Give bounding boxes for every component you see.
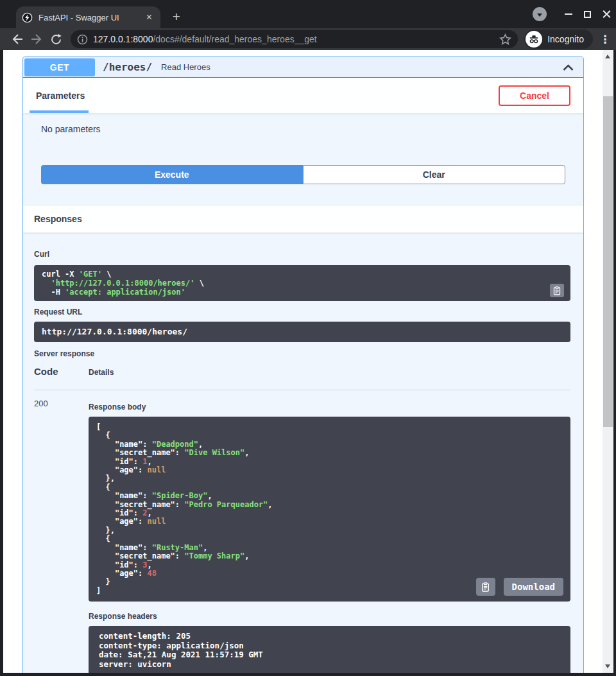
request-url-label: Request URL <box>34 308 570 316</box>
responses-body: Curl curl -X 'GET' \ 'http://127.0.0.1:8… <box>23 233 583 673</box>
response-headers-label: Response headers <box>89 612 570 621</box>
tab-close-icon[interactable]: × <box>144 12 154 22</box>
browser-window: FastAPI - Swagger UI × + 127.0.0.1:8000/… <box>0 0 616 676</box>
response-row: 200 Response body [ { "name": "Deadpond"… <box>34 399 570 673</box>
curl-label: Curl <box>34 250 570 259</box>
parameters-header: Parameters Cancel <box>23 78 583 114</box>
response-table-header: Code Details <box>34 366 570 390</box>
request-url-block: http://127.0.0.1:8000/heroes/ <box>34 322 570 342</box>
endpoint-path: /heroes/ <box>103 61 152 73</box>
server-response-label: Server response <box>34 349 570 358</box>
active-tab-underline <box>30 110 89 113</box>
url-bar[interactable]: 127.0.0.1:8000/docs#/default/read_heroes… <box>71 30 518 48</box>
reload-button[interactable] <box>46 30 65 48</box>
url-path: /docs#/default/read_heroes_heroes__get <box>153 34 316 44</box>
cancel-button[interactable]: Cancel <box>499 85 570 106</box>
responses-title: Responses <box>34 214 82 224</box>
collapse-chevron-icon[interactable] <box>562 64 574 71</box>
response-headers-block: content-length: 205content-type: applica… <box>89 626 570 673</box>
curl-command-block: curl -X 'GET' \ 'http://127.0.0.1:8000/h… <box>34 265 570 301</box>
parameters-tab[interactable]: Parameters <box>36 91 85 101</box>
scroll-up-icon[interactable] <box>605 55 610 58</box>
details-column-header: Details <box>89 366 114 377</box>
fastapi-favicon-icon <box>22 12 33 23</box>
tab-title: FastAPI - Swagger UI <box>38 13 144 22</box>
opblock-summary[interactable]: GET /heroes/ Read Heroes <box>23 57 583 78</box>
code-column-header: Code <box>34 366 89 377</box>
site-info-icon[interactable] <box>77 34 88 45</box>
page-content: GET /heroes/ Read Heroes Parameters Canc… <box>3 50 613 673</box>
copy-curl-button[interactable] <box>550 284 564 297</box>
titlebar: FastAPI - Swagger UI × + <box>0 0 616 28</box>
new-tab-button[interactable]: + <box>168 8 185 25</box>
copy-response-button[interactable] <box>476 578 495 596</box>
browser-toolbar: 127.0.0.1:8000/docs#/default/read_heroes… <box>0 28 616 50</box>
clear-button[interactable]: Clear <box>303 165 566 184</box>
incognito-badge: Incognito <box>524 30 593 49</box>
page-scrollbar[interactable] <box>603 50 613 673</box>
tab-search-button[interactable] <box>533 7 547 21</box>
incognito-label: Incognito <box>547 34 584 44</box>
responses-header: Responses <box>23 205 583 233</box>
browser-menu-icon[interactable]: ⋮ <box>598 33 612 46</box>
minimize-button[interactable] <box>565 13 572 15</box>
url-text: 127.0.0.1:8000/docs#/default/read_heroes… <box>93 34 499 44</box>
chevron-down-icon <box>537 13 542 17</box>
status-code: 200 <box>34 399 89 673</box>
scroll-down-icon[interactable] <box>605 664 610 668</box>
bookmark-star-icon[interactable] <box>499 33 511 46</box>
execute-button[interactable]: Execute <box>41 165 303 184</box>
browser-tab[interactable]: FastAPI - Swagger UI × <box>16 6 160 28</box>
no-parameters-text: No parameters <box>23 114 583 155</box>
http-method-badge: GET <box>24 58 95 76</box>
response-body-block: [ { "name": "Deadpond", "secret_name": "… <box>89 417 570 602</box>
close-window-button[interactable] <box>603 10 611 19</box>
opblock-get-heroes: GET /heroes/ Read Heroes Parameters Canc… <box>22 56 584 673</box>
response-body-label: Response body <box>89 403 570 412</box>
endpoint-summary: Read Heroes <box>161 62 562 72</box>
incognito-icon <box>526 31 542 48</box>
back-button[interactable] <box>8 30 27 48</box>
url-host: 127.0.0.1:8000 <box>93 34 153 44</box>
scrollbar-thumb[interactable] <box>603 96 613 427</box>
download-button[interactable]: Download <box>504 578 563 596</box>
forward-button[interactable] <box>27 30 46 48</box>
execute-row: Execute Clear <box>41 165 565 184</box>
maximize-button[interactable] <box>584 11 591 18</box>
